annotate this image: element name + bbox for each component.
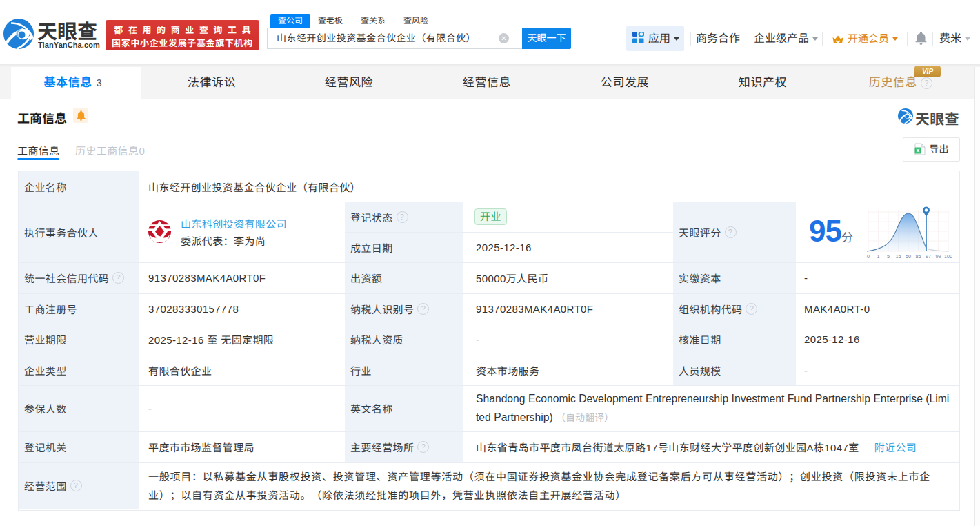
svg-text:50: 50 <box>906 253 911 260</box>
svg-text:1: 1 <box>877 253 879 260</box>
svg-text:99: 99 <box>935 253 941 260</box>
svg-text:85: 85 <box>915 253 921 260</box>
svg-text:5: 5 <box>887 253 890 260</box>
svg-text:15: 15 <box>895 253 901 260</box>
svg-text:97: 97 <box>926 253 931 260</box>
svg-text:100: 100 <box>944 253 952 260</box>
svg-text:0: 0 <box>867 253 870 260</box>
